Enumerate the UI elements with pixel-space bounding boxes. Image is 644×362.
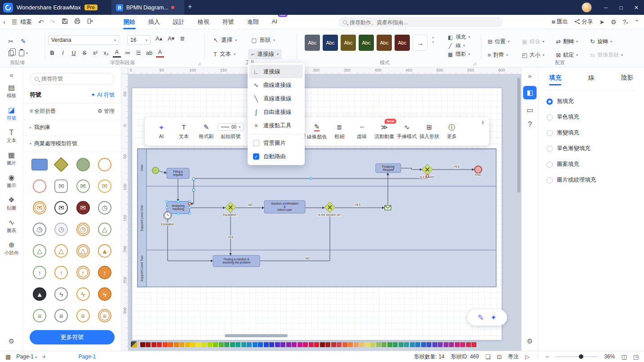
fill-option-漸變填充[interactable]: 漸變填充	[546, 129, 636, 137]
menu-tab-符號[interactable]: 符號	[222, 15, 235, 29]
color-swatch-27[interactable]	[292, 342, 297, 347]
color-swatch-42[interactable]	[376, 342, 381, 347]
sidebar-item-貼圖[interactable]: ❖貼圖	[7, 197, 16, 211]
symbol-search[interactable]	[30, 73, 115, 85]
style-chip-4[interactable]: Abc	[377, 35, 392, 51]
symbol-item-14[interactable]: ◷	[76, 223, 90, 236]
sidebar-item-圖表[interactable]: ∿圖表	[7, 219, 16, 234]
color-swatch-5[interactable]	[168, 342, 173, 347]
focus-mode-button[interactable]: 專注	[508, 353, 519, 361]
format-button-5[interactable]: x₂	[102, 49, 110, 57]
arrange-鎖定[interactable]: ⊠鎖定▾	[556, 51, 590, 59]
symbol-item-26[interactable]: ϟ	[76, 287, 90, 301]
sidebar-item-小部件[interactable]: ⊕小部件	[4, 241, 19, 256]
symbol-item-21[interactable]: ↑	[54, 266, 68, 279]
style-chip-5[interactable]: Abc	[395, 35, 410, 51]
symbol-item-7[interactable]: ✉	[98, 179, 111, 193]
file-menu[interactable]: 檔案	[20, 18, 32, 26]
color-swatch-2[interactable]	[151, 342, 156, 347]
sidebar-item-圖片[interactable]: ▦圖片	[7, 152, 16, 166]
float-tool-格式刷[interactable]: ✎格式刷	[195, 117, 218, 146]
color-swatch-31[interactable]	[314, 342, 319, 347]
style-chip-2[interactable]: Abc	[341, 35, 356, 51]
format-button-1[interactable]: I	[59, 49, 67, 57]
menu-tab-AI[interactable]: AIhot	[271, 15, 278, 29]
font-expand-icon[interactable]: ◿	[198, 62, 200, 66]
bpmn-section-header[interactable]: ▾ 商業處理模型符號	[23, 136, 121, 152]
arrange-組合[interactable]: ▣組合▾	[522, 38, 556, 45]
symbol-item-23[interactable]: ↑	[98, 266, 111, 279]
color-swatch-10[interactable]	[196, 342, 201, 347]
format-painter-icon[interactable]: ✎	[21, 38, 26, 45]
symbol-item-9[interactable]: ✉	[54, 201, 68, 215]
color-swatch-30[interactable]	[309, 342, 314, 347]
close-button[interactable]: ✕	[629, 4, 644, 11]
sidebar-item-符號[interactable]: ◪符號	[7, 107, 16, 121]
paste-icon[interactable]: ▾	[19, 50, 27, 56]
color-swatch-12[interactable]	[208, 342, 213, 347]
fill-option-圖案填充[interactable]: 圖案填充	[546, 161, 636, 168]
color-swatch-25[interactable]	[280, 342, 285, 347]
color-swatch-9[interactable]	[191, 342, 195, 347]
color-swatch-55[interactable]	[449, 342, 454, 347]
zoom-out-icon[interactable]: −	[546, 353, 549, 360]
color-swatch-54[interactable]	[444, 342, 449, 347]
format-button-6[interactable]: A	[113, 48, 121, 58]
format-button-9[interactable]: ab	[145, 49, 153, 57]
color-swatch-4[interactable]	[163, 342, 168, 347]
connector-menu-自由連接線[interactable]: ∫自由連接線	[249, 105, 303, 119]
symbol-search-input[interactable]	[41, 76, 110, 82]
float-tool-更多[interactable]: ⓘ更多	[440, 117, 463, 146]
symbol-item-19[interactable]: ▲	[98, 244, 111, 258]
vertical-scrollbar[interactable]	[517, 78, 520, 324]
horizontal-scrollbar[interactable]	[128, 334, 516, 337]
format-button-10[interactable]: A	[156, 48, 164, 58]
ai-symbols-link[interactable]: ✦ AI 符號	[91, 91, 115, 99]
search-input[interactable]	[350, 19, 498, 26]
symbol-item-30[interactable]: ≡	[76, 309, 90, 322]
manage-button[interactable]: ⚙ 管理	[98, 107, 115, 115]
fit-window-icon[interactable]: ⊡	[497, 353, 502, 360]
font-size-select[interactable]: 16▾	[127, 35, 151, 45]
symbol-item-15[interactable]: △	[98, 223, 111, 236]
symbol-item-22[interactable]: ↑	[76, 266, 90, 279]
sidebar-item-圖示[interactable]: ◉圖示	[7, 174, 16, 189]
font-row1-button-2[interactable]: ≣	[180, 35, 185, 42]
shadow-button[interactable]: ▩隱影▾	[447, 51, 470, 58]
color-swatch-0[interactable]	[140, 342, 145, 347]
page-selector[interactable]: Page-1 ▾	[16, 353, 37, 360]
color-swatch-3[interactable]	[157, 342, 162, 347]
float-tool-起始箭號[interactable]: 00▾起始箭號	[218, 117, 244, 146]
text-tool[interactable]: T文本▾	[210, 49, 239, 59]
app-logo-icon[interactable]	[3, 3, 13, 13]
symbol-item-6[interactable]: ✉	[76, 179, 90, 193]
arrow-style-chip[interactable]: →	[413, 35, 428, 51]
arrange-大小[interactable]: ◰大小▾	[522, 51, 556, 59]
style-chip-3[interactable]: Abc	[359, 35, 374, 51]
symbol-item-11[interactable]: ◷	[98, 201, 111, 215]
connector-menu-曲線連接線[interactable]: ∿曲線連接線	[249, 78, 303, 92]
menu-tab-開始[interactable]: 開始	[123, 15, 136, 29]
connector-menu-連接點工具[interactable]: ×連接點工具	[249, 119, 303, 132]
symbol-item-18[interactable]: △	[76, 244, 90, 258]
panel-settings-gear-icon[interactable]: ⚙	[527, 337, 533, 345]
help-panel-icon[interactable]: ?	[528, 121, 532, 129]
collapse-all-button[interactable]: ≡ 全部折疊	[30, 107, 56, 115]
page-tab[interactable]: Page-1	[79, 353, 96, 360]
panel-tab-陰影[interactable]: 陰影	[621, 74, 633, 85]
color-swatch-40[interactable]	[365, 342, 370, 347]
float-tool-虛線[interactable]: ┄虛線	[351, 117, 373, 146]
share-doc-icon[interactable]	[87, 18, 93, 26]
format-button-0[interactable]: B	[48, 49, 56, 57]
zoom-slider[interactable]	[555, 356, 598, 357]
color-swatch-7[interactable]	[179, 342, 184, 347]
symbol-item-1[interactable]	[56, 159, 67, 170]
color-swatch-36[interactable]	[342, 342, 347, 347]
add-page-button[interactable]: +	[42, 353, 46, 360]
float-tool-線條顏色[interactable]: ✎線條顏色	[306, 117, 328, 146]
symbol-item-0[interactable]	[31, 159, 48, 170]
save-icon[interactable]	[62, 18, 68, 26]
symbol-item-31[interactable]: ≡	[98, 309, 111, 322]
color-swatch-29[interactable]	[303, 342, 308, 347]
arrange-翻轉[interactable]: ⇄翻轉▾	[556, 38, 590, 45]
